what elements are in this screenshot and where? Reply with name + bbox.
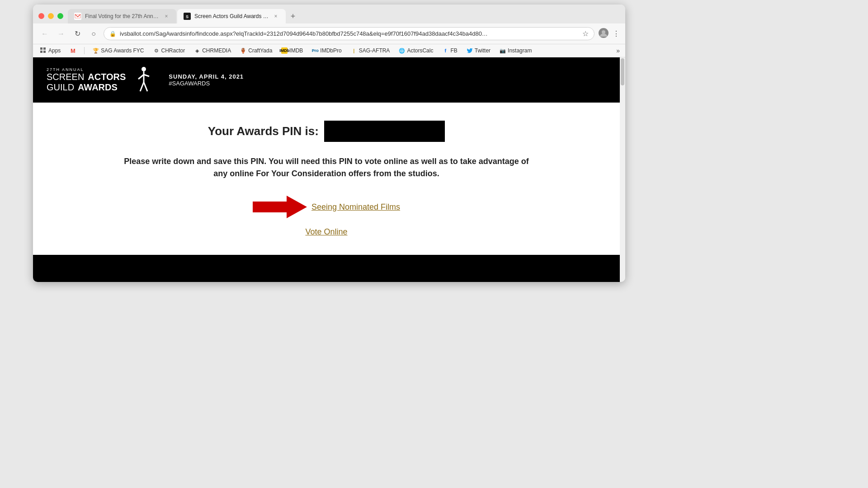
- pin-value-box: ████████: [324, 121, 445, 142]
- gmail-favicon-icon: [74, 13, 81, 20]
- new-tab-button[interactable]: +: [287, 10, 299, 23]
- bookmark-instagram[interactable]: 📷 Instagram: [498, 47, 533, 55]
- actors-text: ACTORS: [88, 72, 126, 82]
- bookmark-sag-fyc[interactable]: 🏆 SAG Awards FYC: [91, 47, 146, 55]
- svg-line-14: [144, 82, 147, 91]
- fb-label: FB: [450, 47, 457, 54]
- chrmedia-icon: ◈: [194, 47, 200, 54]
- twitter-label: Twitter: [475, 47, 491, 54]
- annual-text: 27TH ANNUAL: [47, 67, 126, 72]
- main-content: Your Awards PIN is: ████████ Please writ…: [33, 103, 620, 255]
- home-button[interactable]: ○: [87, 28, 100, 40]
- pin-label: Your Awards PIN is:: [208, 124, 319, 138]
- sag-aftra-label: SAG-AFTRA: [359, 47, 390, 54]
- site-header: 27TH ANNUAL SCREEN ACTORS GUILD AWARDS: [33, 57, 620, 103]
- instagram-label: Instagram: [508, 47, 532, 54]
- lock-icon: 🔒: [109, 31, 116, 37]
- close-button[interactable]: [38, 13, 44, 19]
- bookmark-chractor[interactable]: ⚙ CHRactor: [151, 47, 187, 55]
- sag-fyc-icon: 🏆: [93, 47, 99, 54]
- bookmarks-bar: Apps M 🏆 SAG Awards FYC ⚙ CHRactor ◈ CHR…: [33, 44, 625, 57]
- bookmark-craftyada[interactable]: 🏺 CraftYada: [238, 47, 274, 55]
- bookmark-fb[interactable]: f FB: [440, 47, 459, 55]
- minimize-button[interactable]: [48, 13, 54, 19]
- awards-text: AWARDS: [78, 82, 118, 92]
- svg-line-12: [144, 75, 149, 76]
- seeing-films-link[interactable]: Seeing Nominated Films: [311, 202, 400, 212]
- apps-label: Apps: [48, 47, 61, 54]
- chrome-menu-icon[interactable]: ⋮: [613, 29, 620, 38]
- content-with-scroll: 27TH ANNUAL SCREEN ACTORS GUILD AWARDS: [33, 57, 625, 282]
- tab-sag-close[interactable]: ×: [272, 13, 279, 20]
- event-hashtag: #SAGAWARDS: [169, 80, 244, 87]
- tab-gmail[interactable]: Final Voting for the 27th Annu… ×: [68, 9, 176, 23]
- tab-gmail-label: Final Voting for the 27th Annu…: [85, 13, 159, 19]
- twitter-bird-icon: [467, 47, 473, 54]
- apps-grid-icon: [40, 47, 47, 54]
- bookmarks-divider: [84, 47, 85, 54]
- address-bar: 🔒 ☆: [104, 27, 594, 40]
- arrow-links: Seeing Nominated Films Vote Online: [42, 193, 611, 237]
- craftyada-icon: 🏺: [240, 47, 246, 54]
- gmail-m-icon: M: [70, 47, 76, 54]
- svg-line-11: [138, 75, 144, 79]
- actorscalc-label: ActorsCalc: [407, 47, 433, 54]
- bookmark-chrmedia[interactable]: ◈ CHRMEDIA: [192, 47, 233, 55]
- description-text: Please write down and save this PIN. You…: [123, 155, 530, 180]
- bookmark-actorscalc[interactable]: 🌐 ActorsCalc: [397, 47, 435, 55]
- address-input[interactable]: [120, 30, 579, 37]
- bookmark-star-icon[interactable]: ☆: [582, 29, 589, 38]
- sag-favicon-icon: S: [184, 13, 191, 20]
- red-arrow-icon: [253, 193, 307, 221]
- actorscalc-icon: 🌐: [399, 47, 405, 54]
- content-area: 27TH ANNUAL SCREEN ACTORS GUILD AWARDS: [33, 57, 620, 282]
- bookmarks-more-icon[interactable]: »: [616, 47, 620, 54]
- profile-icon[interactable]: [598, 28, 609, 40]
- logo-text-block: 27TH ANNUAL SCREEN ACTORS GUILD AWARDS: [47, 67, 126, 93]
- svg-point-4: [602, 30, 605, 34]
- site-footer: [33, 255, 620, 282]
- tab-gmail-close[interactable]: ×: [163, 13, 170, 20]
- imdb-label: IMDB: [289, 47, 303, 54]
- svg-text:S: S: [186, 14, 189, 19]
- chractor-label: CHRactor: [161, 47, 185, 54]
- screen-text: SCREEN: [47, 72, 84, 82]
- svg-rect-6: [43, 47, 46, 50]
- event-date: SUNDAY, APRIL 4, 2021: [169, 73, 244, 80]
- svg-rect-7: [40, 51, 42, 53]
- scrollbar-track[interactable]: [620, 57, 625, 282]
- svg-point-9: [142, 67, 146, 71]
- bookmark-gmail[interactable]: M: [68, 47, 78, 55]
- imdbpro-label: IMDbPro: [320, 47, 341, 54]
- back-button[interactable]: ←: [38, 28, 51, 40]
- maximize-button[interactable]: [57, 13, 63, 19]
- pin-line: Your Awards PIN is: ████████: [42, 121, 611, 142]
- vote-online-link[interactable]: Vote Online: [305, 227, 347, 237]
- site-logo: 27TH ANNUAL SCREEN ACTORS GUILD AWARDS: [47, 66, 244, 94]
- event-info: SUNDAY, APRIL 4, 2021 #SAGAWARDS: [169, 73, 244, 87]
- scrollbar-thumb[interactable]: [621, 58, 624, 85]
- svg-line-13: [140, 82, 144, 91]
- bookmark-sag-aftra[interactable]: | SAG-AFTRA: [349, 47, 392, 55]
- guild-text: GUILD: [47, 82, 74, 92]
- bookmark-twitter[interactable]: Twitter: [465, 47, 492, 55]
- nav-bar: ← → ↻ ○ 🔒 ☆ ⋮: [33, 23, 625, 44]
- pin-value: ████████: [351, 124, 418, 138]
- svg-rect-0: [74, 13, 81, 20]
- tab-sag[interactable]: S Screen Actors Guild Awards Vo… ×: [177, 9, 286, 23]
- facebook-icon: f: [442, 47, 448, 54]
- bookmark-imdb[interactable]: IMDb IMDB: [279, 47, 305, 55]
- bookmark-imdbpro[interactable]: Pro IMDbPro: [310, 47, 343, 55]
- chrmedia-label: CHRMEDIA: [202, 47, 231, 54]
- instagram-icon: 📷: [500, 47, 506, 54]
- tabs-row: Final Voting for the 27th Annu… × S Scre…: [68, 9, 620, 23]
- forward-button[interactable]: →: [55, 28, 67, 40]
- svg-marker-15: [253, 196, 307, 218]
- arrow-container: Seeing Nominated Films: [253, 193, 400, 221]
- sag-fyc-label: SAG Awards FYC: [101, 47, 144, 54]
- sag-aftra-icon: |: [351, 47, 357, 54]
- tab-sag-label: Screen Actors Guild Awards Vo…: [194, 13, 269, 19]
- bookmark-apps[interactable]: Apps: [38, 47, 62, 55]
- reload-button[interactable]: ↻: [71, 28, 84, 40]
- window-controls: [38, 13, 68, 23]
